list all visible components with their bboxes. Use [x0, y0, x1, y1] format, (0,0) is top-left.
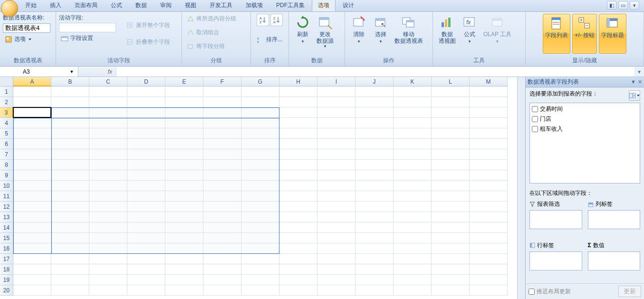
row-header-4[interactable]: 4 — [0, 118, 13, 128]
cell[interactable] — [127, 181, 165, 191]
cell[interactable] — [165, 107, 203, 118]
cell[interactable] — [279, 170, 317, 181]
cell[interactable] — [394, 128, 432, 139]
cell[interactable] — [317, 87, 356, 97]
cell[interactable] — [165, 275, 203, 285]
cell[interactable] — [279, 97, 317, 107]
formula-bar-expand[interactable]: ▾ — [634, 68, 644, 75]
cell[interactable] — [51, 181, 89, 191]
cell[interactable] — [51, 149, 89, 160]
cell[interactable] — [241, 202, 279, 212]
cell[interactable] — [317, 107, 356, 118]
cell[interactable] — [317, 243, 356, 254]
cell[interactable] — [203, 170, 241, 181]
cell[interactable] — [432, 212, 470, 222]
defer-layout-checkbox[interactable]: 推迟布局更新 — [529, 288, 571, 296]
cell[interactable] — [51, 87, 89, 97]
cell[interactable] — [13, 222, 51, 233]
cell[interactable] — [356, 264, 394, 275]
cell[interactable] — [51, 160, 89, 170]
cell[interactable] — [13, 191, 51, 202]
cell[interactable] — [13, 107, 51, 118]
row-header-13[interactable]: 13 — [0, 212, 13, 222]
col-header-C[interactable]: C — [89, 77, 127, 87]
cell[interactable] — [13, 160, 51, 170]
taskpane-layout-button[interactable] — [629, 90, 640, 101]
tab-5[interactable]: 审阅 — [154, 0, 178, 11]
cell[interactable] — [317, 285, 356, 296]
cell[interactable] — [470, 212, 508, 222]
cell[interactable] — [279, 107, 317, 118]
taskpane-close[interactable]: ✕ — [638, 79, 642, 85]
tab-8[interactable]: 加载项 — [240, 0, 269, 11]
cell[interactable] — [51, 233, 89, 243]
cell[interactable] — [51, 222, 89, 233]
cell[interactable] — [127, 139, 165, 149]
cell[interactable] — [13, 118, 51, 128]
cell[interactable] — [279, 285, 317, 296]
cell[interactable] — [470, 149, 508, 160]
cell[interactable] — [470, 118, 508, 128]
cell[interactable] — [89, 275, 127, 285]
cell[interactable] — [394, 139, 432, 149]
sort-desc-button[interactable]: ZA — [270, 14, 283, 26]
cell[interactable] — [432, 128, 470, 139]
cell[interactable] — [51, 170, 89, 181]
cell[interactable] — [89, 87, 127, 97]
cell[interactable] — [165, 233, 203, 243]
cell[interactable] — [203, 87, 241, 97]
cell[interactable] — [317, 191, 356, 202]
cell[interactable] — [470, 128, 508, 139]
cell[interactable] — [432, 87, 470, 97]
cell[interactable] — [432, 97, 470, 107]
cell[interactable] — [51, 107, 89, 118]
cell[interactable] — [279, 181, 317, 191]
select-button[interactable]: 选择▼ — [370, 14, 392, 54]
cell[interactable] — [203, 264, 241, 275]
field-checkbox[interactable] — [532, 106, 538, 112]
cell[interactable] — [432, 275, 470, 285]
cell[interactable] — [356, 118, 394, 128]
cell[interactable] — [165, 222, 203, 233]
row-header-14[interactable]: 14 — [0, 222, 13, 233]
olap-tools-button[interactable]: OLAP 工具▼ — [481, 14, 514, 54]
cell[interactable] — [470, 160, 508, 170]
cell[interactable] — [470, 97, 508, 107]
cell[interactable] — [432, 170, 470, 181]
cell[interactable] — [241, 107, 279, 118]
cell[interactable] — [317, 160, 356, 170]
field-settings-button[interactable]: 字段设置 — [59, 33, 116, 43]
cell[interactable] — [51, 243, 89, 254]
refresh-button[interactable]: 刷新▼ — [292, 14, 314, 54]
cell[interactable] — [127, 128, 165, 139]
cell[interactable] — [127, 222, 165, 233]
qat-btn-3[interactable]: ▾ — [630, 1, 639, 10]
cell[interactable] — [394, 233, 432, 243]
row-header-8[interactable]: 8 — [0, 160, 13, 170]
cell[interactable] — [13, 243, 51, 254]
cell[interactable] — [51, 118, 89, 128]
cell[interactable] — [394, 254, 432, 264]
cell[interactable] — [127, 254, 165, 264]
col-header-F[interactable]: F — [203, 77, 241, 87]
cell[interactable] — [432, 222, 470, 233]
cell[interactable] — [317, 275, 356, 285]
cell[interactable] — [203, 97, 241, 107]
cell[interactable] — [203, 275, 241, 285]
row-header-20[interactable]: 20 — [0, 285, 13, 296]
cell[interactable] — [203, 139, 241, 149]
cell[interactable] — [13, 139, 51, 149]
fieldlist-toggle-button[interactable]: 字段列表 — [543, 14, 570, 54]
cell[interactable] — [89, 212, 127, 222]
cell[interactable] — [51, 275, 89, 285]
cell[interactable] — [356, 160, 394, 170]
cell[interactable] — [13, 275, 51, 285]
row-header-10[interactable]: 10 — [0, 181, 13, 191]
cell[interactable] — [279, 160, 317, 170]
cell[interactable] — [394, 264, 432, 275]
cell[interactable] — [356, 181, 394, 191]
cell[interactable] — [279, 222, 317, 233]
cell[interactable] — [203, 222, 241, 233]
cell[interactable] — [241, 191, 279, 202]
cell[interactable] — [51, 128, 89, 139]
